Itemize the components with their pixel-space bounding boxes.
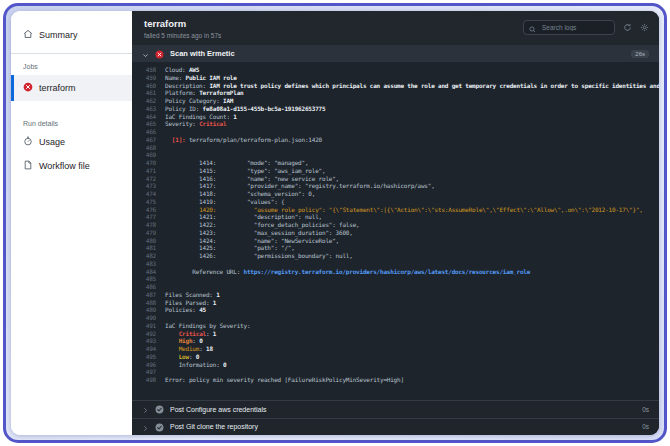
log-line: 482 1426: "permissions_boundary": null, (132, 252, 659, 260)
log-line: 476 1420: "assume_role_policy": "{\"Stat… (132, 206, 659, 214)
log-line: 487Files Scanned: 1 (132, 291, 659, 299)
log-line: 467 [1]: terraform/plan/terraform-plan.j… (132, 136, 659, 144)
log-line: 469 (132, 151, 659, 159)
log-line: 466 (132, 128, 659, 136)
log-line: 497 (132, 368, 659, 376)
step-title: Post Configure aws credentials (170, 406, 636, 413)
log-line: 480 1424: "name": "NewServiceRole", (132, 237, 659, 245)
sidebar-item-label: Usage (39, 137, 65, 147)
log-line: 496 Information: 0 (132, 361, 659, 369)
log-line: 489Policies: 45 (132, 306, 659, 314)
log-line: 460Description: IAM role trust policy de… (132, 82, 659, 90)
sidebar-item-usage[interactable]: Usage (11, 130, 132, 154)
log-line: 495 Low: 0 (132, 353, 659, 361)
log-line: 473 1417: "provider_name": "registry.ter… (132, 182, 659, 190)
job-header-actions (523, 20, 649, 35)
log-line: 458Cloud: AWS (132, 66, 659, 74)
success-status-icon (155, 400, 164, 418)
job-log-panel: terraform failed 5 minutes ago in 57s (132, 11, 659, 435)
sidebar-item-label: Workflow file (39, 161, 90, 171)
search-icon (529, 19, 536, 37)
log-line: 471 1415: "type": "aws_iam_role", (132, 167, 659, 175)
search-logs-box[interactable] (523, 20, 615, 35)
log-line: 491IaC Findings by Severity: (132, 322, 659, 330)
step-title: Post Git clone the repository (170, 423, 636, 430)
log-line: 477 1421: "description": null, (132, 213, 659, 221)
sidebar-section-run-details: Run details (11, 115, 132, 130)
decorative-frame: Summary Jobs terraform Run details (3, 3, 667, 443)
log-line: 498Error: policy min severity reached [F… (132, 376, 659, 384)
stopwatch-icon (23, 136, 33, 148)
step-title: Scan with Ermetic (170, 49, 625, 58)
failed-status-icon (155, 45, 164, 63)
log-line: 490 (132, 314, 659, 322)
sidebar-item-workflow-file[interactable]: Workflow file (11, 154, 132, 178)
step-header-post-configure-aws-credentials[interactable]: Post Configure aws credentials 0s (132, 400, 659, 418)
step-header-post-git-clone[interactable]: Post Git clone the repository 0s (132, 418, 659, 436)
log-line: 494 Medium: 18 (132, 345, 659, 353)
sidebar: Summary Jobs terraform Run details (11, 11, 132, 435)
sidebar-item-label: Summary (39, 30, 78, 40)
log-line: 472 1416: "name": "new_service_role", (132, 175, 659, 183)
log-line: 470 1414: "mode": "managed", (132, 159, 659, 167)
log-line: 462Policy Category: IAM (132, 97, 659, 105)
failed-status-icon (23, 82, 33, 94)
step-duration: 0s (642, 406, 649, 413)
job-header-titles: terraform failed 5 minutes ago in 57s (144, 18, 221, 39)
log-line: 485 (132, 275, 659, 283)
job-title: terraform (144, 18, 221, 29)
workflow-file-icon (23, 160, 33, 172)
log-line: 463Policy ID: fe8a08a1-d155-455b-bc5a-19… (132, 105, 659, 113)
sidebar-divider (11, 53, 132, 54)
chevron-right-icon (142, 418, 149, 435)
step-duration-badge: 26s (631, 50, 649, 58)
log-line: 464IaC Findings Count: 1 (132, 113, 659, 121)
sidebar-section-jobs: Jobs (11, 58, 132, 73)
refresh-icon[interactable] (623, 23, 632, 32)
log-line: 488Files Parsed: 1 (132, 299, 659, 307)
app-window: Summary Jobs terraform Run details (11, 11, 659, 435)
log-line: 484 Reference URL: https://registry.terr… (132, 268, 659, 276)
sidebar-spacer (11, 103, 132, 115)
success-status-icon (155, 418, 164, 435)
step-duration: 0s (642, 423, 649, 430)
log-line: 468 (132, 144, 659, 152)
log-line: 478 1422: "force_detach_policies": false… (132, 221, 659, 229)
log-line: 465Severity: Critical (132, 120, 659, 128)
log-line: 461Platform: TerraformPlan (132, 89, 659, 97)
sidebar-item-job-terraform[interactable]: terraform (11, 75, 132, 101)
settings-gear-icon[interactable] (640, 23, 649, 32)
job-status-text: failed 5 minutes ago in 57s (144, 32, 221, 39)
job-header: terraform failed 5 minutes ago in 57s (132, 11, 659, 45)
chevron-down-icon (142, 45, 149, 63)
log-line: 475 1419: "values": { (132, 198, 659, 206)
log-line: 474 1418: "schema_version": 0, (132, 190, 659, 198)
log-line: 459Name: Public IAM role (132, 74, 659, 82)
search-logs-input[interactable] (540, 23, 609, 32)
sidebar-item-label: terraform (39, 83, 76, 93)
log-line: 492 Critical: 1 (132, 330, 659, 338)
log-line: 479 1423: "max_session_duration": 3600, (132, 229, 659, 237)
log-line: 486 (132, 283, 659, 291)
home-icon (23, 29, 33, 41)
post-steps: Post Configure aws credentials 0s (132, 400, 659, 435)
log-line: 493 High: 0 (132, 337, 659, 345)
sidebar-item-summary[interactable]: Summary (11, 23, 132, 47)
chevron-right-icon (142, 400, 149, 418)
log-line: 481 1425: "path": "/", (132, 244, 659, 252)
log-line: 483 (132, 260, 659, 268)
step-header-scan[interactable]: Scan with Ermetic 26s (132, 45, 659, 62)
log-lines[interactable]: 458Cloud: AWS459Name: Public IAM role460… (132, 62, 659, 400)
